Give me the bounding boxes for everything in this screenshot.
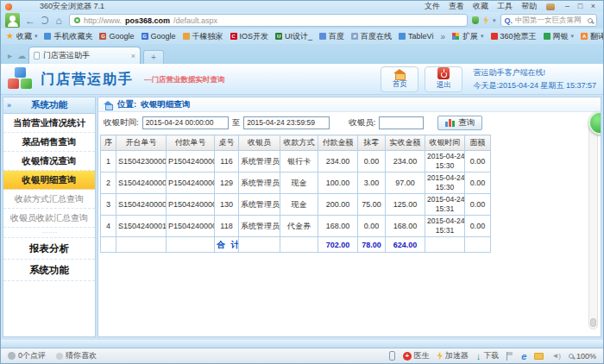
home-page-button[interactable]: 首页	[381, 66, 418, 92]
close-button[interactable]: ×	[588, 2, 599, 11]
minimize-button[interactable]: –	[562, 2, 573, 11]
status-item[interactable]	[506, 352, 513, 361]
back-button[interactable]: ←	[24, 15, 36, 27]
status-item[interactable]	[534, 353, 544, 360]
favicon-icon	[183, 33, 190, 40]
exit-button[interactable]: 退出	[425, 66, 462, 92]
restore-tabs-icon[interactable]: ▸	[8, 51, 12, 60]
tab-active[interactable]: 门店营运助手 ×	[28, 47, 141, 64]
time-label: 收银时间:	[104, 117, 139, 129]
address-bar[interactable]: http://www.pos368.com/default.aspx	[69, 14, 468, 27]
bookmark-label: 百度在线	[361, 31, 392, 42]
browser-window: 360安全浏览器 7.1 文件查看收藏工具帮助 – □ × ← ⌂ http:/…	[0, 0, 604, 364]
cell: 2015-04-2415:30	[425, 151, 465, 173]
status-item[interactable]: 猜你喜欢	[56, 350, 97, 361]
restore-button[interactable]: □	[575, 2, 586, 11]
query-button[interactable]: 查询	[437, 116, 482, 130]
favicon-icon	[44, 33, 51, 40]
sidebar-item[interactable]: 收银员收款汇总查询	[3, 209, 95, 228]
bookmark-item[interactable]: 千橡独家	[183, 31, 223, 42]
time-to-input[interactable]	[243, 116, 330, 129]
cell: 0.00	[465, 216, 491, 237]
skin-icon[interactable]	[546, 3, 555, 10]
cloud-sync-icon[interactable]: ☁	[17, 51, 26, 60]
plugin-item[interactable]: 扩展▾	[452, 31, 484, 42]
plugin-item[interactable]: A翻译▾	[581, 31, 603, 42]
bookmarks-overflow-icon[interactable]: »	[440, 32, 445, 41]
flagi-icon	[506, 352, 513, 361]
cell: P15042400001	[167, 151, 215, 173]
new-tab-button[interactable]: +	[143, 50, 164, 64]
menu-item[interactable]: 文件	[425, 1, 440, 12]
user-avatar[interactable]	[5, 13, 20, 28]
sidebar-item[interactable]: 菜品销售查询	[3, 133, 95, 152]
scrollbar-thumb[interactable]	[590, 318, 596, 327]
bookmark-item[interactable]: 百度	[319, 31, 344, 42]
status-item[interactable]: 加速器	[437, 350, 469, 361]
to-label: 至	[232, 117, 241, 129]
status-item[interactable]	[551, 352, 561, 360]
bookmark-item[interactable]: GGoogle	[142, 32, 176, 41]
speed-mode-icon[interactable]	[483, 16, 488, 25]
sidebar-section[interactable]: 报表分析	[3, 238, 95, 260]
bookmark-item[interactable]: 手机收藏夹	[44, 31, 92, 42]
bookmark-item[interactable]: CIOS开发	[230, 31, 269, 42]
breadcrumb-page: 收银明细查询	[141, 99, 190, 110]
column-header: 实收金额	[386, 135, 425, 151]
bookmarks-list: ★收藏▾手机收藏夹GGoogleGGoogle千橡独家CIOS开发UUI设计_百…	[6, 31, 433, 42]
total-cell	[167, 237, 215, 253]
menu-item[interactable]: 帮助	[521, 1, 537, 12]
cell: 234.00	[386, 151, 425, 173]
cell: 75.00	[358, 194, 386, 216]
house-icon	[393, 69, 406, 78]
status-item[interactable]: 医生	[403, 350, 430, 361]
home-button[interactable]: ⌂	[53, 15, 65, 27]
column-header: 面额	[465, 135, 491, 151]
favicon-icon: G	[99, 33, 106, 40]
cashier-label: 收银员:	[349, 117, 375, 129]
app-logo-icon	[8, 67, 34, 91]
bookmark-item[interactable]: TableVi	[399, 32, 433, 41]
search-box[interactable]: Q. 中国第一女巨贪落网	[500, 14, 597, 27]
sidebar-section[interactable]: 系统功能	[3, 260, 95, 281]
status-item[interactable]: 下载	[476, 350, 500, 361]
bookmark-item[interactable]: GGoogle	[99, 32, 134, 41]
security-shield-icon[interactable]	[472, 16, 479, 24]
table-row: 3S15042400003P15042400004130系统管理员现金200.0…	[101, 194, 491, 216]
time-from-input[interactable]	[142, 116, 229, 129]
status-item[interactable]: 100%	[569, 352, 596, 361]
menu-item[interactable]: 工具	[497, 1, 513, 12]
sidebar-item[interactable]: 当前营业情况统计	[3, 114, 95, 133]
menu-item[interactable]: 收藏	[473, 1, 488, 12]
bookmark-label: 网银	[553, 31, 569, 42]
bookmark-label: 手机收藏夹	[53, 31, 92, 42]
bookmark-item[interactable]: #百度在线	[351, 31, 392, 42]
status-item[interactable]	[389, 351, 395, 361]
cashier-input[interactable]	[379, 116, 424, 129]
favicon-icon	[544, 33, 551, 40]
like-icon	[56, 353, 63, 360]
bookmark-item[interactable]: ★收藏▾	[6, 31, 37, 42]
content-panel: 位置:收银明细查询 收银时间: 至 收银员: 查询	[98, 97, 601, 337]
status-item[interactable]: 0个点评	[8, 350, 46, 361]
column-header: 收银员	[239, 135, 280, 151]
plugin-item[interactable]: 网银▾	[544, 31, 575, 42]
sidebar-item[interactable]: 收银明细查询	[3, 171, 95, 190]
status-item[interactable]	[521, 351, 526, 361]
tab-close-icon[interactable]: ×	[131, 52, 135, 60]
content-scrollbar[interactable]	[588, 118, 598, 329]
refresh-button[interactable]	[41, 16, 48, 24]
sidebar-item[interactable]: 收款方式汇总查询	[3, 190, 95, 209]
plugin-item[interactable]: 360抢票王	[491, 31, 537, 42]
bookmark-item[interactable]: UUI设计_	[275, 31, 312, 42]
cell: 0.00	[358, 216, 386, 237]
menu-item[interactable]: 查看	[449, 1, 464, 12]
cell: 3	[101, 194, 116, 216]
table-row: 4S15042400010P15042400005118系统管理员代金券168.…	[101, 216, 491, 237]
search-suggestion: 中国第一女巨贪落网	[515, 16, 584, 26]
collapse-icon[interactable]: »	[7, 101, 11, 110]
total-cell: 624.00	[386, 237, 425, 253]
mode-caret-icon[interactable]: ▾	[493, 17, 496, 24]
sidebar-item[interactable]: 收银情况查询	[3, 152, 95, 171]
search-icon[interactable]	[588, 18, 593, 23]
